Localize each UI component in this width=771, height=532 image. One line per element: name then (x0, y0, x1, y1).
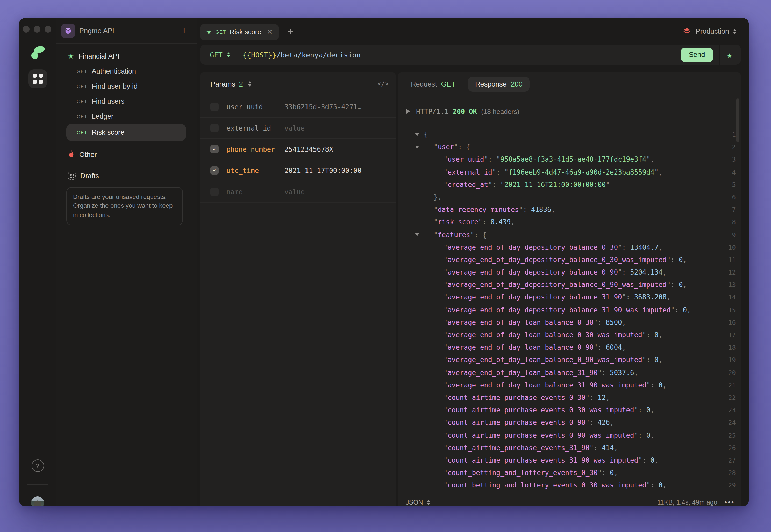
json-line: "user": {2 (398, 141, 741, 153)
json-line: },6 (398, 191, 741, 204)
favorite-star-button[interactable]: ★ (720, 49, 741, 60)
response-footer: JSON 11KB, 1.4s, 49m ago ••• (398, 492, 741, 506)
line-number: 21 (728, 379, 736, 392)
sidebar-item-risk-score[interactable]: GETRisk score (66, 124, 186, 141)
param-checkbox[interactable]: ✓ (210, 145, 219, 153)
param-value-input[interactable]: 33b6215d-3d75-4271… (284, 103, 389, 111)
send-button[interactable]: Send (681, 47, 713, 62)
close-window-icon[interactable] (23, 26, 30, 33)
sidebar-collection-financial-api[interactable]: ★ Financial API (56, 49, 197, 64)
fold-collapse-icon[interactable] (415, 145, 419, 148)
param-key-input[interactable]: utc_time (226, 167, 284, 174)
param-value-input[interactable]: value (284, 124, 389, 132)
minimize-window-icon[interactable] (34, 26, 40, 33)
line-number: 9 (732, 229, 736, 241)
json-line: "average_end_of_day_depository_balance_0… (398, 241, 741, 254)
main-area: ★ GET Risk score ✕ + Production (197, 18, 749, 506)
param-value-input[interactable]: value (284, 188, 389, 196)
url-host-variable: {{HOST}} (243, 51, 276, 59)
request-method-badge: GET (77, 84, 92, 89)
param-key-input[interactable]: user_uuid (226, 103, 284, 111)
param-checkbox[interactable] (210, 103, 219, 111)
workspace-header[interactable]: Pngme API + (56, 18, 197, 44)
json-line: "average_end_of_day_depository_balance_3… (398, 304, 741, 316)
response-scrollbar[interactable] (736, 98, 739, 142)
code-view-icon[interactable]: </> (377, 80, 389, 88)
param-checkbox[interactable] (210, 124, 219, 132)
param-row-external_id[interactable]: external_idvalue (200, 118, 396, 139)
request-name: Risk score (92, 128, 124, 136)
param-value-input[interactable]: 2021-11-17T00:00:00 (284, 167, 389, 174)
rail-divider (27, 485, 48, 485)
chevron-updown-icon (733, 29, 736, 34)
sidebar-item-find-user-by-id[interactable]: GETFind user by id (56, 79, 197, 94)
sidebar-section-drafts[interactable]: Drafts (56, 168, 197, 183)
fold-collapse-icon[interactable] (415, 133, 419, 136)
zoom-window-icon[interactable] (45, 26, 51, 33)
new-request-button[interactable]: + (178, 25, 190, 37)
environment-name: Production (696, 27, 729, 35)
format-selector[interactable]: JSON (406, 499, 430, 506)
url-bar: GET {{HOST}}/beta/kenya/decision Send ★ (200, 45, 741, 65)
response-status-badge: 200 (511, 80, 523, 88)
environment-selector[interactable]: Production (683, 27, 736, 36)
expand-headers-icon[interactable] (406, 109, 410, 114)
sidebar-item-find-users[interactable]: GETFind users (56, 94, 197, 109)
sidebar-body: ★ Financial API GETAuthenticationGETFind… (56, 44, 197, 506)
left-rail: ? (19, 18, 56, 506)
request-response-tabs: Request GET Response 200 (398, 72, 741, 96)
response-body-json[interactable]: {1"user": {2"user_uuid": "958a5ae8-f3a3-… (398, 126, 741, 492)
json-line: "user_uuid": "958a5ae8-f3a3-41d5-ae48-17… (398, 154, 741, 166)
line-number: 26 (728, 442, 736, 454)
param-value-input[interactable]: 25412345678X (284, 145, 389, 153)
request-name: Ledger (92, 112, 113, 120)
param-key-input[interactable]: name (226, 188, 284, 196)
request-method-badge: GET (77, 114, 92, 119)
sidebar-item-authentication[interactable]: GETAuthentication (56, 64, 197, 79)
json-line: {1 (398, 128, 741, 141)
param-row-name[interactable]: namevalue (200, 181, 396, 203)
line-number: 17 (728, 329, 736, 341)
json-line: "features": {9 (398, 229, 741, 241)
param-checkbox[interactable]: ✓ (210, 166, 219, 175)
param-row-user_uuid[interactable]: user_uuid33b6215d-3d75-4271… (200, 96, 396, 118)
params-title[interactable]: Params (210, 80, 235, 88)
http-status-line[interactable]: HTTP/1.1 200 OK (18 headers) (398, 96, 741, 126)
line-number: 24 (728, 417, 736, 429)
fold-collapse-icon[interactable] (415, 233, 419, 236)
param-key-input[interactable]: phone_number (226, 145, 284, 153)
sidebar-collection-other[interactable]: Other (56, 147, 197, 162)
param-row-utc_time[interactable]: ✓utc_time2021-11-17T00:00:00 (200, 160, 396, 181)
new-tab-button[interactable]: + (288, 26, 293, 37)
param-checkbox[interactable] (210, 188, 219, 196)
line-number: 15 (728, 304, 736, 316)
line-number: 28 (728, 467, 736, 479)
format-chevron-icon (427, 500, 430, 505)
param-key-input[interactable]: external_id (226, 124, 284, 132)
workspace-cube-icon (61, 24, 75, 38)
tab-method-badge: GET (216, 29, 226, 34)
tab-risk-score[interactable]: ★ GET Risk score ✕ (200, 24, 279, 40)
line-number: 27 (728, 454, 736, 467)
tab-title: Risk score (230, 28, 261, 36)
line-number: 23 (728, 404, 736, 416)
http-status: 200 OK (453, 107, 477, 115)
window-controls[interactable] (23, 26, 51, 33)
response-menu-button[interactable]: ••• (725, 499, 735, 506)
url-input[interactable]: {{HOST}}/beta/kenya/decision (243, 51, 681, 59)
param-row-phone_number[interactable]: ✓phone_number25412345678X (200, 139, 396, 160)
params-chevron-icon[interactable] (248, 81, 251, 87)
user-avatar[interactable] (31, 497, 44, 506)
json-line: "count_airtime_purchase_events_0_30": 12… (398, 392, 741, 404)
tab-close-icon[interactable]: ✕ (267, 28, 273, 36)
drafts-help-text: Drafts are your unsaved requests. Organi… (66, 187, 183, 225)
sidebar-item-ledger[interactable]: GETLedger (56, 109, 197, 124)
json-line: "average_end_of_day_depository_balance_0… (398, 279, 741, 291)
tab-request[interactable]: Request GET (406, 76, 461, 91)
workspaces-grid-button[interactable] (28, 69, 47, 88)
tab-response[interactable]: Response 200 (468, 76, 530, 91)
method-chevron-icon (227, 52, 230, 57)
method-selector[interactable]: GET (200, 51, 230, 59)
help-button[interactable]: ? (31, 460, 44, 472)
json-line: "count_airtime_purchase_events_0_90_was_… (398, 429, 741, 442)
